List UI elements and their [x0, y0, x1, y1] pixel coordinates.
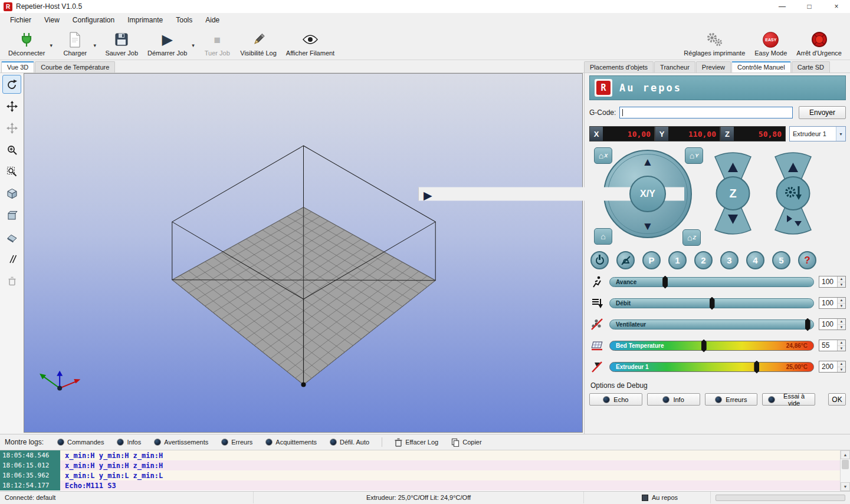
filter-commandes-button[interactable]: Commandes	[52, 437, 109, 447]
top-view-button[interactable]	[2, 228, 21, 246]
spin-down-icon[interactable]: ▼	[838, 346, 845, 351]
start-job-dropdown[interactable]: ▾	[192, 39, 199, 48]
copy-log-button[interactable]: Copier	[446, 436, 487, 449]
menu-fichier[interactable]: Fichier	[4, 14, 38, 27]
spin-down-icon[interactable]: ▼	[838, 367, 845, 373]
fan-spinner[interactable]: 100 ▲▼	[819, 318, 846, 330]
flowrate-slider-thumb[interactable]	[710, 297, 715, 310]
preset-5-button[interactable]: 5	[772, 251, 790, 269]
filter-acquittements-button[interactable]: Acquittements	[260, 437, 322, 447]
scroll-down-icon[interactable]: ▼	[841, 482, 850, 491]
rotate-view-button[interactable]	[2, 75, 21, 94]
bed-heat-off-button[interactable]	[616, 251, 635, 269]
home-z-button[interactable]: ⌂Z	[682, 229, 701, 246]
load-button[interactable]: Charger	[57, 28, 93, 59]
iso-view-button[interactable]	[2, 184, 21, 203]
filter-infos-button[interactable]: Infos	[111, 437, 146, 447]
log-scrollbar[interactable]: ▲ ▼	[840, 450, 850, 491]
zoom-fit-button[interactable]	[2, 162, 21, 181]
extruder-select[interactable]: Extrudeur 1 ▾	[789, 126, 846, 141]
home-y-button[interactable]: ⌂Y	[685, 147, 703, 164]
spin-up-icon[interactable]: ▲	[838, 340, 845, 346]
preset-1-button[interactable]: 1	[668, 251, 687, 269]
debug-info-button[interactable]: Info	[647, 393, 700, 406]
debug-echo-button[interactable]: Echo	[589, 393, 642, 406]
extruder-temperature-slider[interactable]: Extrudeur 1 25,00°C	[609, 362, 814, 372]
feedrate-slider[interactable]: Avance	[609, 277, 814, 287]
log-visibility-button[interactable]: Visibilité Log	[235, 28, 281, 59]
filter-erreurs-button[interactable]: Erreurs	[216, 437, 258, 447]
spin-up-icon[interactable]: ▲	[838, 361, 845, 367]
spin-up-icon[interactable]: ▲	[838, 319, 845, 325]
preset-4-button[interactable]: 4	[746, 251, 764, 269]
menu-aide[interactable]: Aide	[199, 14, 226, 27]
home-all-button[interactable]: ⌂	[594, 228, 612, 245]
park-button[interactable]: P	[642, 251, 661, 269]
feedrate-slider-thumb[interactable]	[662, 276, 668, 289]
parallel-projection-button[interactable]	[2, 249, 21, 268]
clear-log-button[interactable]: Effacer Log	[389, 436, 444, 449]
avertissements-indicator-icon	[154, 439, 161, 446]
tab-vue-3d[interactable]: Vue 3D	[1, 61, 34, 73]
xy-jog-pad[interactable]: ▲ ▼ ◀ ▶ X/Y	[603, 150, 692, 238]
power-button[interactable]	[590, 251, 609, 269]
menu-configuration[interactable]: Configuration	[66, 14, 121, 27]
move-object-button[interactable]	[2, 118, 21, 137]
spin-down-icon[interactable]: ▼	[838, 282, 845, 288]
show-filament-button[interactable]: Afficher Filament	[281, 28, 339, 59]
scrollbar-thumb[interactable]	[842, 460, 849, 469]
minimize-button[interactable]: —	[769, 0, 796, 13]
close-button[interactable]: ×	[823, 0, 850, 13]
disconnect-dropdown[interactable]: ▾	[50, 39, 57, 48]
filter-avertissements-button[interactable]: Avertissements	[149, 437, 214, 447]
save-job-button[interactable]: Sauver Job	[100, 28, 143, 59]
move-view-button[interactable]	[2, 97, 21, 116]
tab-preview[interactable]: Preview	[696, 61, 731, 73]
load-dropdown[interactable]: ▾	[93, 39, 100, 48]
bed-temperature-slider-thumb[interactable]	[701, 340, 707, 353]
zoom-in-button[interactable]	[2, 140, 21, 159]
tab-carte-sd[interactable]: Carte SD	[792, 61, 830, 73]
scroll-up-icon[interactable]: ▲	[841, 450, 850, 459]
extruder-temperature-spinner[interactable]: 200 ▲▼	[819, 361, 846, 373]
help-button[interactable]: ?	[798, 251, 816, 269]
bed-temperature-slider[interactable]: Bed Temperature 24,86°C	[609, 341, 814, 351]
y-minus-button[interactable]: ▼	[642, 220, 654, 232]
gcode-input[interactable]	[619, 107, 793, 118]
disconnect-button[interactable]: Déconnecter	[4, 28, 50, 59]
spin-down-icon[interactable]: ▼	[838, 304, 845, 309]
flowrate-spinner[interactable]: 100 ▲▼	[819, 297, 846, 309]
tab-controle-manuel[interactable]: Contrôle Manuel	[731, 61, 791, 73]
fan-slider[interactable]: Ventilateur	[609, 319, 814, 330]
tab-placements-objets[interactable]: Placements d'objets	[584, 61, 654, 73]
maximize-button[interactable]: □	[796, 0, 823, 13]
tab-courbe-temperature[interactable]: Courbe de Température	[35, 61, 115, 73]
debug-ok-button[interactable]: OK	[828, 393, 846, 406]
easy-mode-button[interactable]: EASY Easy Mode	[750, 28, 792, 59]
bed-temperature-spinner[interactable]: 55 ▲▼	[819, 340, 846, 351]
autoscroll-button[interactable]: Défil. Auto	[324, 437, 375, 447]
extruder-temperature-slider-thumb[interactable]	[754, 361, 759, 374]
spin-up-icon[interactable]: ▲	[838, 298, 845, 304]
flowrate-slider[interactable]: Débit	[609, 298, 814, 308]
y-plus-button[interactable]: ▲	[642, 156, 654, 167]
spin-down-icon[interactable]: ▼	[838, 325, 845, 330]
menu-tools[interactable]: Tools	[169, 14, 199, 27]
front-view-button[interactable]	[2, 206, 21, 225]
spin-up-icon[interactable]: ▲	[838, 276, 845, 282]
printer-settings-button[interactable]: Réglages imprimante	[679, 28, 750, 59]
fan-slider-thumb[interactable]	[805, 318, 810, 331]
menu-imprimante[interactable]: Imprimante	[121, 14, 169, 27]
start-job-button[interactable]: ▶ Démarrer Job	[143, 28, 192, 59]
debug-dry-run-button[interactable]: Essai à vide	[762, 393, 815, 406]
preset-2-button[interactable]: 2	[694, 251, 713, 269]
debug-errors-button[interactable]: Erreurs	[705, 393, 758, 406]
preset-3-button[interactable]: 3	[720, 251, 739, 269]
tab-trancheur[interactable]: Trancheur	[654, 61, 695, 73]
home-x-button[interactable]: ⌂X	[594, 147, 612, 164]
feedrate-spinner[interactable]: 100 ▲▼	[819, 276, 846, 288]
menu-view[interactable]: View	[38, 14, 66, 27]
emergency-stop-button[interactable]: Arrêt d'Urgence	[792, 28, 846, 59]
send-button[interactable]: Envoyer	[799, 106, 846, 119]
3d-viewport[interactable]	[24, 73, 583, 433]
